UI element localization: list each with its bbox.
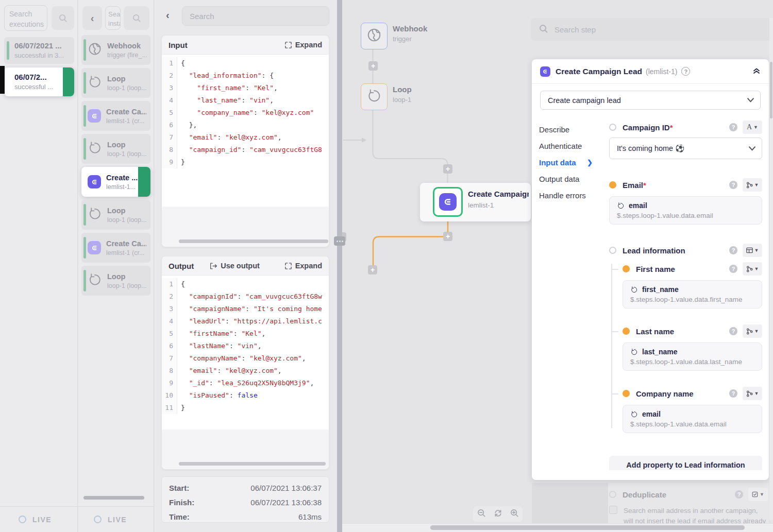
search-instances-button[interactable] (124, 6, 149, 30)
steps-horizontal-scrollbar[interactable] (83, 496, 144, 500)
email-mapping-box[interactable]: email $.steps.loop-1.value.data.email (609, 196, 762, 225)
execution-item[interactable]: 06/07/2021 ... successful in 3... (4, 37, 74, 64)
tab-handle-errors[interactable]: Handle errors (532, 187, 608, 203)
webhook-node-label: Webhook trigger (393, 24, 427, 43)
panel-resize-divider[interactable] (337, 0, 342, 532)
help-icon[interactable]: ? (729, 389, 737, 398)
help-icon[interactable]: ? (729, 181, 737, 189)
execution-status: successful ... (14, 83, 70, 91)
help-icon[interactable]: ? (729, 265, 737, 273)
field-type-button-text[interactable]: A▼ (743, 121, 762, 134)
step-title: Loop (107, 272, 146, 281)
chevron-left-icon[interactable]: ‹ (166, 9, 170, 21)
globe-icon (366, 27, 382, 45)
collapse-panel-button[interactable]: ‹ (82, 6, 102, 30)
field-type-button-mapped[interactable]: ▼ (743, 178, 762, 192)
search-executions-button[interactable] (52, 6, 74, 30)
use-output-button[interactable]: Use output (209, 262, 260, 270)
loop-icon (88, 75, 102, 91)
search-executions-placeholder: Search executions (9, 10, 44, 28)
input-horizontal-scrollbar[interactable] (179, 239, 328, 243)
first-name-mapping-box[interactable]: first_name $.steps.loop-1.value.data.fir… (623, 280, 762, 308)
step-item-webhook[interactable]: Webhooktrigger (fire_... (81, 35, 150, 65)
expand-input-button[interactable]: Expand (284, 41, 322, 49)
canvas-zoom-toolbar (473, 506, 523, 522)
output-horizontal-scrollbar[interactable] (179, 462, 326, 466)
field-type-button-mapped[interactable]: ▼ (743, 324, 762, 338)
deduplicate-checkbox[interactable] (609, 506, 617, 514)
execution-date: 06/07/2021 ... (14, 41, 70, 50)
expand-icon (284, 262, 292, 270)
output-json-editor[interactable]: 1{2 "campaignId": "cam_vuvgcuc63ftG8w3 "… (162, 275, 329, 430)
meta-start-value: 06/07/2021 13:06:37 (250, 484, 322, 492)
step-item-create-campaign[interactable]: Create Ca...lemlist-1 (cr... (81, 101, 150, 131)
step-item-create-campaign[interactable]: Create Ca...lemlist-1 (cr... (81, 233, 150, 263)
canvas-horizontal-scrollbar[interactable] (342, 523, 773, 532)
deduplicate-label: Deduplicate (623, 490, 666, 499)
input-data-form: Campaign ID* ? A▼ It's coming home ⚽ Ema… (608, 116, 769, 470)
field-state-icon (609, 247, 616, 254)
tab-authenticate[interactable]: Authenticate (532, 138, 608, 154)
field-type-button-mapped[interactable]: ▼ (743, 262, 762, 276)
step-item-loop[interactable]: Looploop-1 (loop... (81, 200, 150, 230)
help-icon[interactable]: ? (681, 67, 690, 76)
field-type-button-boolean[interactable]: ▼ (748, 488, 768, 501)
loop-icon (88, 207, 102, 223)
field-type-button-mapped[interactable]: ▼ (743, 387, 762, 400)
tab-output-data[interactable]: Output data (532, 170, 608, 187)
webhook-node[interactable] (361, 23, 388, 49)
field-type-button-object[interactable]: ▼ (743, 244, 762, 257)
steps-footer: LIVE (78, 506, 154, 532)
loop-node[interactable] (361, 83, 388, 110)
help-icon[interactable]: ? (729, 246, 737, 254)
search-instances-input[interactable]: Search insta (105, 6, 121, 30)
inspector-search-input[interactable]: Search (182, 6, 329, 26)
zoom-out-button[interactable] (477, 509, 486, 520)
company-name-mapping-box[interactable]: email $.steps.loop-1.value.data.email (623, 405, 762, 433)
reset-zoom-button[interactable] (494, 509, 502, 520)
input-json-editor[interactable]: 1{2 "lead_information": {3 "first_name":… (162, 54, 329, 207)
add-property-button[interactable]: Add property to Lead information (609, 456, 762, 470)
scrollbar-thumb[interactable] (430, 525, 745, 530)
checkbox-icon (752, 491, 758, 497)
step-item-loop[interactable]: Looploop-1 (loop... (81, 68, 150, 98)
execution-item-selected[interactable]: 06/07/2... successful ... (4, 67, 74, 96)
config-header: Create Campaign Lead (lemlist-1) ? (532, 59, 769, 84)
step-item-create-campaign-selected[interactable]: Create ...lemlist-1... (81, 167, 150, 197)
execution-date: 06/07/2... (14, 73, 70, 81)
help-icon[interactable]: ? (729, 123, 737, 131)
deduplicate-section: Deduplicate ? ▼ Search email address in … (532, 483, 769, 523)
last-name-mapping-box[interactable]: last_name $.steps.loop-1.value.data.last… (623, 342, 762, 371)
live-label: LIVE (108, 516, 127, 524)
search-executions-input[interactable]: Search executions (4, 5, 47, 31)
live-toggle-icon[interactable] (19, 516, 26, 523)
add-step-plus-button[interactable]: + (368, 265, 377, 274)
last-name-token: last_name (642, 348, 677, 356)
step-item-loop[interactable]: Looploop-1 (loop... (81, 266, 150, 296)
chevron-down-icon (749, 146, 755, 151)
add-step-plus-button[interactable]: + (368, 61, 378, 71)
lemlist-icon (88, 175, 101, 188)
field-state-icon (609, 491, 616, 498)
help-icon[interactable]: ? (735, 490, 743, 499)
live-toggle-icon[interactable] (94, 516, 102, 523)
add-step-plus-button[interactable]: + (443, 164, 452, 174)
create-campaign-node[interactable] (433, 187, 463, 217)
divider-drag-handle[interactable] (334, 236, 345, 246)
tab-input-data[interactable]: Input data❯ (532, 154, 608, 170)
step-instances-panel: ‹ Search insta Webhooktrigger (fire_... … (78, 0, 154, 532)
loop-icon (88, 141, 102, 157)
first-name-token: first_name (642, 285, 679, 294)
config-vertical-scrollbar[interactable] (769, 18, 773, 520)
scrollbar-thumb[interactable] (770, 62, 772, 118)
search-step-bar[interactable]: Search step (531, 18, 773, 41)
action-select[interactable]: Create campaign lead (540, 91, 761, 110)
help-icon[interactable]: ? (729, 327, 737, 335)
zoom-in-button[interactable] (510, 509, 519, 520)
tab-describe[interactable]: Describe (532, 121, 608, 138)
collapse-panel-icon[interactable] (752, 66, 761, 77)
step-item-loop[interactable]: Looploop-1 (loop... (81, 134, 150, 164)
expand-output-button[interactable]: Expand (284, 262, 322, 270)
add-step-plus-button[interactable]: + (443, 232, 452, 241)
campaign-id-select[interactable]: It's coming home ⚽ (609, 138, 762, 159)
